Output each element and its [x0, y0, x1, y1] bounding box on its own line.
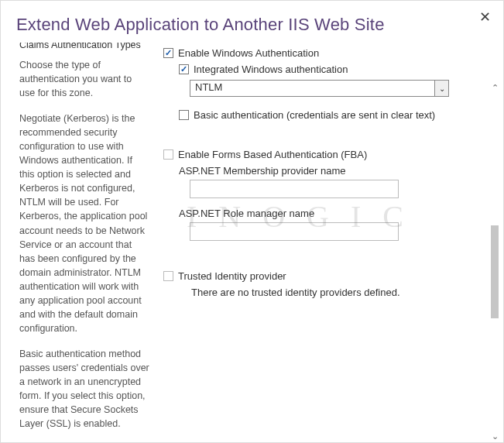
help-section-title: Claims Authentication Types: [19, 43, 149, 52]
trusted-provider-message: There are no trusted identity providers …: [191, 287, 486, 298]
scroll-thumb[interactable]: [491, 225, 499, 318]
basic-auth-checkbox[interactable]: [179, 110, 189, 120]
integrated-auth-checkbox[interactable]: [179, 64, 189, 74]
membership-provider-input[interactable]: [190, 180, 399, 198]
trusted-provider-checkbox[interactable]: [163, 271, 173, 281]
integrated-auth-label: Integrated Windows authentication: [194, 64, 348, 75]
close-icon[interactable]: ✕: [476, 7, 494, 27]
help-text: Negotiate (Kerberos) is the recommended …: [19, 112, 149, 336]
vertical-scrollbar[interactable]: ⌃ ⌄: [488, 81, 502, 442]
help-text: Choose the type of authentication you wa…: [19, 58, 149, 100]
chevron-down-icon[interactable]: ⌄: [434, 81, 448, 96]
enable-fba-row: Enable Forms Based Authentication (FBA): [163, 149, 486, 160]
enable-fba-checkbox[interactable]: [163, 149, 173, 160]
auth-method-select[interactable]: NTLM ⌄: [190, 80, 449, 97]
trusted-provider-row: Trusted Identity provider: [163, 270, 486, 282]
scroll-down-icon[interactable]: ⌄: [489, 430, 501, 442]
enable-fba-label: Enable Forms Based Authentication (FBA): [178, 149, 367, 160]
form-pane: Enable Windows Authentication Integrated…: [156, 43, 503, 443]
role-manager-input[interactable]: [190, 222, 399, 241]
scroll-track[interactable]: [489, 94, 501, 430]
dialog-title: Extend Web Application to Another IIS We…: [16, 15, 488, 35]
enable-windows-auth-row: Enable Windows Authentication: [163, 47, 486, 59]
trusted-provider-label: Trusted Identity provider: [178, 270, 286, 282]
dialog-body: Claims Authentication Types Choose the t…: [1, 43, 503, 443]
help-pane: Claims Authentication Types Choose the t…: [1, 43, 156, 443]
membership-provider-label: ASP.NET Membership provider name: [179, 165, 486, 177]
dialog-header: Extend Web Application to Another IIS We…: [1, 1, 503, 43]
basic-auth-row: Basic authentication (credentials are se…: [179, 109, 486, 121]
enable-windows-auth-checkbox[interactable]: [163, 48, 173, 58]
auth-method-value: NTLM: [190, 80, 449, 97]
basic-auth-label: Basic authentication (credentials are se…: [194, 109, 435, 121]
scroll-up-icon[interactable]: ⌃: [489, 81, 501, 94]
role-manager-label: ASP.NET Role manager name: [179, 208, 486, 219]
help-text: Basic authentication method passes users…: [19, 347, 149, 431]
integrated-auth-row: Integrated Windows authentication: [179, 64, 486, 75]
enable-windows-auth-label: Enable Windows Authentication: [178, 47, 319, 59]
